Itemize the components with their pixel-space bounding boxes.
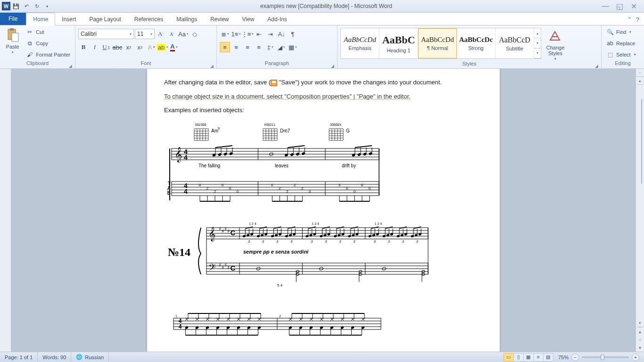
style-item[interactable]: AaBbCcDd¶ Normal (418, 28, 457, 58)
clipboard-launcher-icon[interactable]: ◢ (69, 64, 72, 68)
tab-add-ins[interactable]: Add-Ins (261, 13, 293, 25)
borders-button[interactable]: ▦▾ (288, 42, 298, 52)
align-center-button[interactable]: ≡ (231, 42, 241, 52)
font-size-combo[interactable]: 11▾ (135, 29, 155, 39)
music-object-2[interactable]: №14𝄞𝄢♯♯♯♯♯♯♯♯CC1 2 433331 2 433331 2 433… (164, 218, 483, 298)
scroll-up-icon[interactable]: ▴ (636, 77, 644, 85)
change-case-button[interactable]: Aa▾ (178, 29, 189, 39)
gallery-scroll-icon[interactable]: ▴ (534, 28, 541, 38)
fullscreen-reading-view-button[interactable]: ▯ (513, 353, 524, 362)
paste-icon (5, 28, 20, 43)
scroll-down-icon[interactable]: ▾ (636, 319, 644, 327)
line-spacing-button[interactable]: ‡▾ (265, 42, 275, 52)
zoom-slider-handle[interactable] (601, 354, 604, 360)
subscript-button[interactable]: x2 (124, 42, 134, 52)
find-button[interactable]: 🔍Find▾ (604, 27, 638, 37)
tab-review[interactable]: Review (204, 13, 235, 25)
underline-button[interactable]: U▾ (101, 42, 111, 52)
print-layout-view-button[interactable]: ▭ (504, 353, 514, 362)
align-right-button[interactable]: ≡ (242, 42, 253, 52)
bullets-button[interactable]: ≣▾ (220, 29, 230, 39)
scrollbar-thumb[interactable] (641, 99, 642, 184)
undo-icon[interactable]: ↶ (22, 1, 31, 11)
minimize-icon[interactable]: — (601, 2, 610, 11)
sort-button[interactable]: A↓ (276, 29, 287, 39)
vertical-scrollbar[interactable]: ◦ ▴ ▾ ▴ ○ ▾ (636, 69, 644, 352)
zoom-in-button[interactable]: + (632, 354, 639, 361)
next-page-icon[interactable]: ▾ (638, 344, 641, 352)
restore-icon[interactable]: ◱ (615, 2, 624, 11)
decrease-indent-button[interactable]: ⇤ (254, 29, 264, 39)
gallery-scroll-icon[interactable]: ▾ (534, 38, 541, 48)
align-left-button[interactable]: ≡ (220, 42, 230, 52)
zoom-out-button[interactable]: − (571, 354, 579, 361)
cut-button[interactable]: ✂Cut (24, 27, 72, 37)
draft-view-button[interactable]: ▤ (543, 353, 553, 362)
styles-launcher-icon[interactable]: ◢ (595, 64, 598, 68)
web-layout-view-button[interactable]: ▦ (523, 353, 534, 362)
music-object-3[interactable]: 4412 (164, 312, 483, 340)
strikethrough-button[interactable]: abc (112, 42, 123, 52)
status-words[interactable]: Words: 90 (38, 352, 71, 362)
svg-text:♯: ♯ (222, 264, 224, 270)
styles-gallery[interactable]: AaBbCcDdEmphasisAaBbCHeading 1AaBbCcDd¶ … (340, 28, 541, 59)
format-painter-button[interactable]: 🖌Format Painter (24, 49, 72, 60)
shading-button[interactable]: ◢▾ (276, 42, 287, 52)
copy-button[interactable]: ⧉Copy (24, 38, 72, 49)
justify-button[interactable]: ≡ (254, 42, 264, 52)
svg-text:4: 4 (184, 154, 188, 161)
font-launcher-icon[interactable]: ◢ (210, 64, 214, 68)
increase-indent-button[interactable]: ⇥ (265, 29, 275, 39)
italic-button[interactable]: I (90, 42, 100, 52)
font-color-button[interactable]: A▾ (169, 42, 179, 52)
select-browse-icon[interactable]: ○ (638, 336, 641, 344)
tab-references[interactable]: References (128, 13, 170, 25)
replace-button[interactable]: abReplace (604, 38, 638, 49)
status-language[interactable]: 🌐Russian (71, 352, 109, 362)
multilevel-button[interactable]: ⋮≡▾ (242, 29, 253, 39)
tab-file[interactable]: File (0, 13, 26, 25)
highlight-button[interactable]: ab▾ (157, 42, 168, 52)
document-viewport[interactable]: After changing data in the editor, save … (11, 69, 636, 352)
svg-text:𝄞: 𝄞 (208, 227, 215, 242)
tab-home[interactable]: Home (26, 13, 55, 25)
text-effects-button[interactable]: A▾ (146, 42, 157, 52)
font-name-combo[interactable]: Calibri▾ (78, 29, 134, 39)
select-button[interactable]: ⬚Select▾ (604, 49, 638, 60)
outline-view-button[interactable]: ≡ (533, 353, 544, 362)
numbering-button[interactable]: 1≡▾ (231, 29, 241, 39)
status-page[interactable]: Page: 1 of 1 (0, 352, 38, 362)
close-icon[interactable]: ✕ (629, 2, 638, 11)
style-item[interactable]: AaBbCHeading 1 (380, 28, 418, 58)
superscript-button[interactable]: x2 (135, 42, 145, 52)
music-object-1[interactable]: 002300Am9X00211Dm730000XGTAB𝄞4444The fal… (164, 120, 483, 205)
prev-page-icon[interactable]: ▴ (638, 328, 641, 336)
style-item[interactable]: AaBbCcDdEmphasis (341, 28, 380, 58)
show-marks-button[interactable]: ¶ (288, 29, 298, 39)
style-item[interactable]: AaBbCcDcStrong (457, 28, 495, 58)
vertical-ruler[interactable] (0, 69, 11, 352)
zoom-level[interactable]: 75% (558, 354, 569, 360)
paste-button[interactable]: Paste ▾ (3, 27, 22, 54)
grow-font-button[interactable]: Aˆ (156, 29, 166, 39)
clear-formatting-button[interactable]: ◇ (190, 29, 200, 39)
help-icon[interactable]: ? (636, 16, 639, 23)
redo-icon[interactable]: ↻ (32, 1, 41, 11)
paragraph-launcher-icon[interactable]: ◢ (331, 64, 334, 68)
object-browser-icon[interactable]: ◦ (636, 69, 644, 77)
svg-text:0: 0 (222, 183, 224, 187)
qat-customize-icon[interactable]: ▾ (42, 1, 52, 11)
style-item[interactable]: AaBbCcDSubtitle (495, 28, 534, 58)
change-styles-button[interactable]: Change Styles ▾ (543, 28, 568, 61)
word-app-icon[interactable]: W (2, 2, 10, 10)
tab-mailings[interactable]: Mailings (170, 13, 204, 25)
tab-page-layout[interactable]: Page Layout (83, 13, 127, 25)
tab-insert[interactable]: Insert (55, 13, 83, 25)
zoom-slider[interactable] (582, 356, 629, 358)
tab-view[interactable]: View (236, 13, 261, 25)
bold-button[interactable]: B (78, 42, 89, 52)
save-icon[interactable]: 💾 (11, 1, 21, 11)
minimize-ribbon-icon[interactable]: ⌃ (627, 16, 632, 23)
shrink-font-button[interactable]: Aˇ (167, 29, 177, 39)
gallery-scroll-icon[interactable]: ▾ (534, 49, 541, 58)
